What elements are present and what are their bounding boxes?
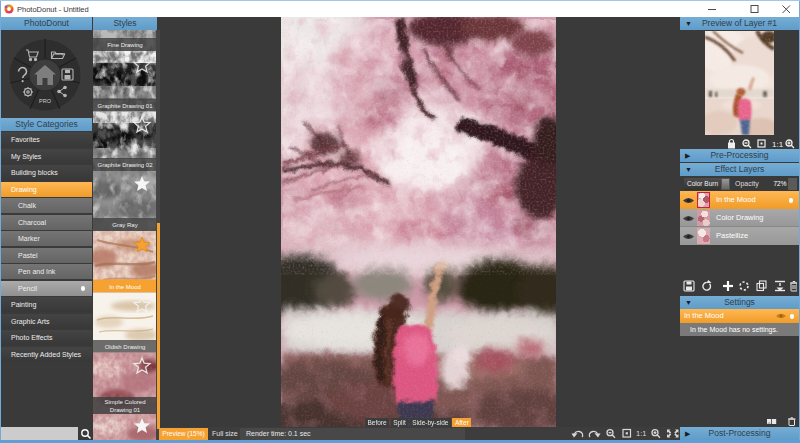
svg-text:Gray Ray: Gray Ray (112, 222, 137, 228)
svg-text:In the Mood: In the Mood (109, 284, 141, 290)
svg-text:1:1: 1:1 (636, 429, 646, 438)
svg-text:Oldish Drawing: Oldish Drawing (105, 344, 146, 350)
svg-text:Fine Drawing: Fine Drawing (107, 42, 142, 48)
svg-text:1:1: 1:1 (772, 140, 784, 149)
svg-text:Simple Colored: Simple Colored (104, 399, 145, 405)
svg-text:Graphite Drawing 01: Graphite Drawing 01 (97, 103, 153, 109)
svg-text:Graphite Drawing 02: Graphite Drawing 02 (97, 162, 153, 168)
svg-text:PRO: PRO (39, 98, 52, 104)
svg-text:Drawing 01: Drawing 01 (110, 407, 141, 413)
